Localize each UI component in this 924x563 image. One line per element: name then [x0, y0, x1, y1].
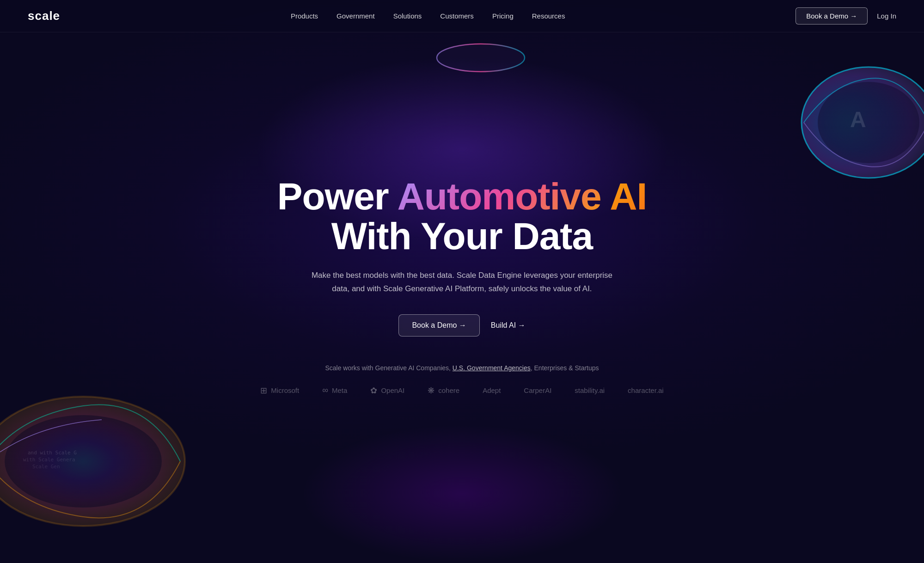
hero-word-automotive: Automotive: [398, 175, 610, 217]
nav-solutions[interactable]: Solutions: [393, 12, 422, 20]
partners-description: Scale works with Generative AI Companies…: [260, 364, 663, 372]
hero-word-power: Power: [277, 175, 398, 217]
hero-content: Power Automotive AI With Your Data Make …: [260, 177, 663, 396]
svg-text:with Scale Genera: with Scale Genera: [23, 457, 75, 463]
logo-characterai: character.ai: [628, 386, 664, 394]
logo-carperai: CarperAI: [524, 386, 551, 394]
logo[interactable]: scale: [28, 9, 60, 23]
svg-point-7: [818, 82, 919, 163]
svg-text:and with Scale G: and with Scale G: [28, 450, 77, 456]
nav-actions: Book a Demo → Log In: [795, 7, 896, 24]
hero-subtitle: Make the best models with the best data.…: [305, 269, 619, 296]
openai-icon: ✿: [370, 386, 377, 396]
logo-stability: stability.ai: [575, 386, 605, 394]
nav-pricing[interactable]: Pricing: [492, 12, 514, 20]
svg-text:Scale Gen: Scale Gen: [32, 464, 60, 470]
nav-products[interactable]: Products: [291, 12, 318, 20]
logo-adept: Adept: [483, 386, 501, 394]
navbar: scale Products Government Solutions Cust…: [0, 0, 924, 32]
svg-point-11: [437, 44, 525, 72]
hero-word-ai: AI: [610, 175, 647, 217]
meta-label: Meta: [332, 386, 347, 394]
decorative-orb-right: A: [795, 55, 924, 190]
nav-links: Products Government Solutions Customers …: [291, 12, 565, 20]
hero-build-ai-button[interactable]: Build AI →: [491, 321, 526, 330]
microsoft-icon: ⊞: [260, 386, 267, 396]
stability-label: stability.ai: [575, 386, 605, 394]
hero-buttons: Book a Demo → Build AI →: [260, 314, 663, 337]
carperai-label: CarperAI: [524, 386, 551, 394]
hero-section: and with Scale G with Scale Genera Scale…: [0, 0, 924, 563]
openai-label: OpenAI: [381, 386, 404, 394]
logo-meta: ∞ Meta: [322, 386, 347, 395]
nav-resources[interactable]: Resources: [532, 12, 565, 20]
hero-title: Power Automotive AI With Your Data: [260, 177, 663, 256]
partners-text-start: Scale works with Generative AI Companies…: [325, 364, 452, 372]
hero-title-line1: Power Automotive AI: [277, 175, 647, 217]
logo-openai: ✿ OpenAI: [370, 386, 404, 396]
cohere-icon: ❋: [428, 386, 434, 396]
cohere-label: cohere: [438, 386, 459, 394]
government-agencies-link[interactable]: U.S. Government Agencies: [453, 364, 531, 372]
logo-microsoft: ⊞ Microsoft: [260, 386, 299, 396]
nav-customers[interactable]: Customers: [440, 12, 474, 20]
adept-label: Adept: [483, 386, 501, 394]
meta-icon: ∞: [322, 386, 328, 395]
logo-cohere: ❋ cohere: [428, 386, 459, 396]
characterai-label: character.ai: [628, 386, 664, 394]
nav-login-button[interactable]: Log In: [877, 12, 896, 20]
nav-book-demo-button[interactable]: Book a Demo →: [795, 7, 868, 24]
microsoft-label: Microsoft: [271, 386, 299, 394]
decorative-orb-top: [434, 39, 527, 76]
decorative-orb-left: and with Scale G with Scale Genera Scale…: [0, 369, 194, 535]
partners-text-end: , Enterprises & Startups: [531, 364, 599, 372]
svg-text:A: A: [850, 107, 866, 132]
logos-bar: ⊞ Microsoft ∞ Meta ✿ OpenAI ❋ cohere Ade…: [260, 386, 663, 396]
nav-government[interactable]: Government: [337, 12, 375, 20]
hero-title-line2: With Your Data: [260, 216, 663, 256]
hero-book-demo-button[interactable]: Book a Demo →: [398, 314, 479, 337]
